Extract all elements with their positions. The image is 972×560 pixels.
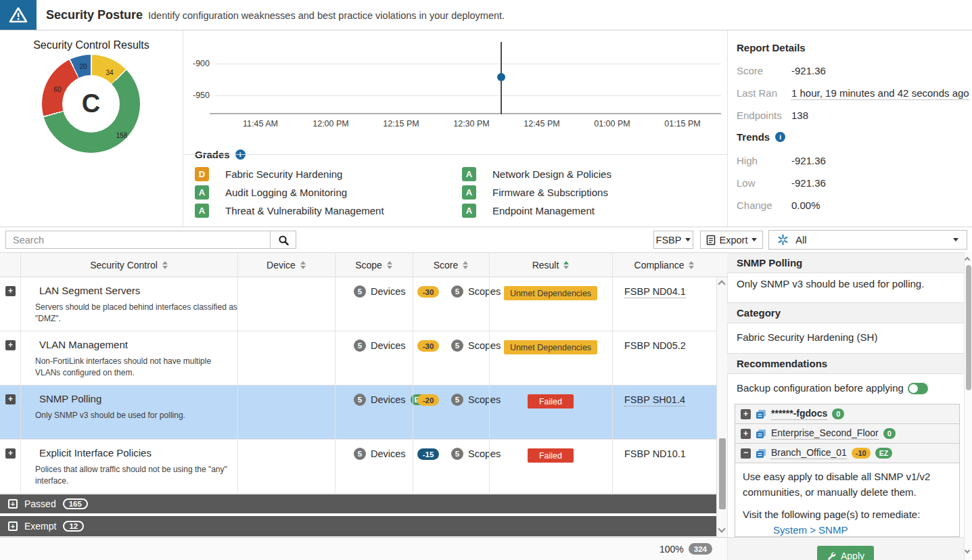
footer-percent: 100% (659, 544, 684, 555)
table-row[interactable]: + VLAN Management Non-FortiLink interfac… (0, 331, 716, 386)
grade-badge: D (195, 167, 209, 181)
expand-device-icon[interactable]: + (741, 429, 751, 439)
table-row[interactable]: + Explicit Interface Policies Polices th… (0, 440, 716, 494)
device-count-badge: 5 (354, 340, 366, 352)
control-title: SNMP Polling (39, 393, 101, 404)
collapse-device-icon[interactable]: − (741, 448, 751, 459)
remediate-link[interactable]: System > SNMP (773, 524, 848, 536)
table-scrollbar[interactable] (716, 277, 727, 537)
grade-badge: A (195, 185, 209, 200)
expand-row-icon[interactable]: + (5, 394, 16, 404)
column-header-score[interactable]: Score (413, 252, 489, 277)
column-header-security-control[interactable]: Security Control (20, 252, 237, 277)
grade-label: Firmware & Subscriptions (492, 187, 608, 198)
recommendations-header-bar: Recommendations (727, 353, 964, 374)
high-label: High (737, 155, 758, 166)
expand-group-icon[interactable]: + (8, 499, 18, 509)
column-header-device[interactable]: Device (237, 252, 335, 277)
donut-segment-value: 60 (53, 86, 61, 93)
device-label: Devices (371, 448, 406, 459)
group-row-passed[interactable]: + Passed 165 (0, 494, 716, 515)
scroll-up-icon[interactable] (965, 257, 970, 262)
security-controls-donut[interactable]: C 34 158 60 20 (42, 55, 140, 153)
expand-row-icon[interactable]: + (5, 448, 16, 459)
scrollbar-thumb[interactable] (719, 438, 726, 509)
remediate-link-row: System > SNMP (735, 520, 959, 536)
group-label: Exempt (24, 521, 56, 532)
endpoints-label: Endpoints (737, 110, 782, 121)
trends-info-icon[interactable]: i (775, 132, 785, 142)
scroll-down-icon[interactable] (718, 525, 725, 532)
device-row[interactable]: + ******-fgdocs 0 (735, 404, 959, 424)
compliance-link[interactable]: FSBP ND04.1 (624, 286, 686, 298)
easy-apply-badge: EZ (875, 448, 892, 459)
group-count-badge: 165 (63, 498, 88, 509)
sort-icon (689, 261, 694, 269)
expand-group-icon[interactable]: + (8, 521, 18, 531)
grade-label: Network Design & Policies (492, 168, 611, 180)
compliance-link[interactable]: FSBP ND05.2 (624, 340, 686, 351)
details-description: Only SNMP v3 should be used for polling. (737, 278, 960, 289)
result-badge: Unmet Dependencies (504, 286, 597, 300)
search-button[interactable] (270, 231, 296, 249)
control-description: Servers should be placed behind interfac… (35, 302, 238, 325)
column-header-compliance[interactable]: Compliance (612, 252, 716, 277)
control-title: VLAN Management (39, 339, 128, 350)
low-value: -921.36 (791, 177, 826, 189)
details-footer: Apply (728, 537, 964, 560)
search-input[interactable] (5, 231, 271, 249)
document-icon (706, 235, 716, 246)
score-label: Score (737, 65, 763, 76)
fsbp-dropdown-button[interactable]: FSBP (653, 231, 693, 249)
last-ran-value[interactable]: 1 hour, 19 minutes and 42 seconds ago (791, 87, 969, 100)
device-name[interactable]: Enterprise_Second_Floor (771, 427, 879, 440)
scroll-down-icon[interactable] (965, 548, 970, 553)
scroll-up-icon[interactable] (718, 280, 725, 287)
device-row-expanded[interactable]: − Branch_Office_01 -10 EZ (735, 444, 959, 463)
column-header-scope[interactable]: Scope (335, 252, 413, 277)
device-count-badge: 5 (354, 285, 366, 298)
export-dropdown-button[interactable]: Export (700, 231, 763, 249)
chart-data-point[interactable] (497, 73, 505, 81)
table-footer: 100% 324 (0, 537, 727, 560)
device-name[interactable]: ******-fgdocs (771, 408, 827, 420)
details-scrollbar[interactable] (964, 252, 972, 560)
apply-button[interactable]: Apply (817, 546, 874, 560)
grade-badge: A (195, 204, 209, 218)
donut-chart-title: Security Control Results (0, 39, 183, 51)
scope-count-badge: 5 (451, 448, 463, 460)
security-posture-icon (0, 0, 37, 30)
low-label: Low (737, 177, 756, 189)
score-pill: -30 (417, 286, 439, 298)
compliance-link[interactable]: FSBP ND10.1 (624, 448, 686, 459)
last-ran-label: Last Ran (737, 87, 777, 99)
column-header-result[interactable]: Result (489, 252, 612, 277)
backup-toggle-label: Backup configuration before applying (737, 382, 904, 394)
expand-row-icon[interactable]: + (5, 340, 16, 350)
security-control-results-card: Security Control Results C 34 158 60 20 (0, 30, 183, 227)
gridline (215, 95, 721, 96)
compliance-link[interactable]: FSBP SH01.4 (624, 394, 685, 406)
device-row[interactable]: + Enterprise_Second_Floor 0 (735, 424, 959, 444)
scrollbar-thumb[interactable] (966, 265, 971, 390)
grade-item: A Threat & Vulnerability Management (195, 203, 384, 218)
device-name[interactable]: Branch_Office_01 (771, 447, 847, 459)
wrench-icon (827, 551, 836, 560)
x-tick-label: 12:00 PM (306, 119, 355, 129)
backup-toggle[interactable] (908, 383, 928, 394)
divider (20, 252, 21, 494)
expand-device-icon[interactable]: + (741, 409, 751, 419)
scope-count-badge: 5 (451, 285, 463, 298)
divider (489, 252, 490, 494)
control-title: Explicit Interface Policies (39, 447, 152, 459)
x-tick-label: 01:15 PM (658, 119, 707, 129)
report-details-panel: Report Details Score -921.36 Last Ran 1 … (727, 30, 972, 227)
group-row-exempt[interactable]: + Exempt 12 (0, 516, 716, 536)
expand-row-icon[interactable]: + (5, 286, 16, 296)
fabric-scope-select[interactable]: All (768, 230, 967, 250)
category-value: Fabric Security Hardening (SH) (737, 331, 877, 343)
table-row[interactable]: + LAN Segment Servers Servers should be … (0, 277, 716, 331)
table-row-selected[interactable]: + SNMP Polling Only SNMP v3 should be us… (0, 386, 716, 440)
footer-total-badge: 324 (689, 543, 712, 555)
endpoints-value: 138 (791, 110, 808, 121)
